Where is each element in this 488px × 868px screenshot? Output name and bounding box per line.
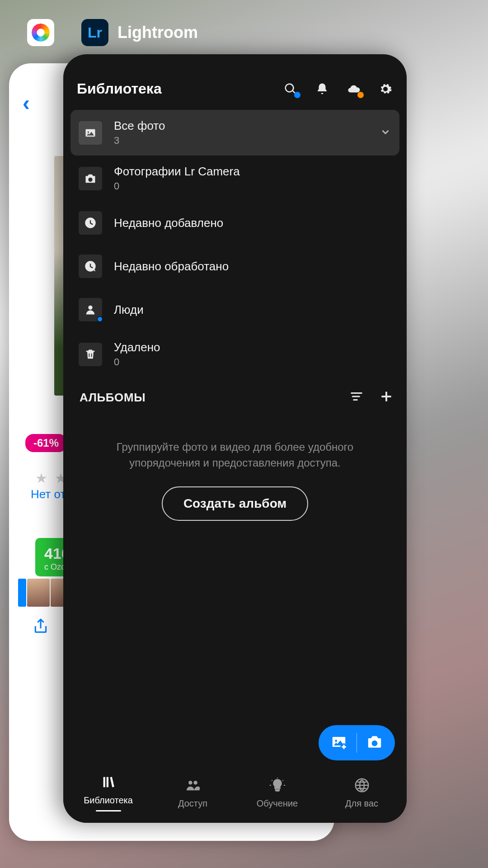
import-photo-icon[interactable] (330, 733, 347, 752)
albums-title: АЛЬБОМЫ (80, 391, 145, 405)
nav-label: Обучение (257, 798, 298, 809)
bell-icon[interactable] (314, 81, 330, 97)
library-item-text: Недавно добавлено (114, 216, 391, 230)
people-icon (185, 778, 201, 795)
books-icon (101, 774, 116, 792)
bottom-nav: БиблиотекаДоступОбучениеДля вас (63, 766, 407, 823)
app-switcher-header: Lr Lightroom (0, 19, 488, 46)
chevron-down-icon (380, 126, 391, 140)
photos-flower-icon (32, 24, 50, 42)
library-item-label: Фотографии Lr Camera (114, 165, 391, 179)
lightroom-app-icon: Lr (81, 19, 108, 46)
empty-text: Группируйте фото и видео для более удобн… (90, 439, 380, 471)
cloud-icon[interactable] (346, 81, 361, 97)
camera-icon (79, 167, 102, 190)
nav-books[interactable]: Библиотека (66, 774, 150, 811)
nav-underline (96, 810, 121, 811)
nav-label: Библиотека (84, 795, 133, 806)
fab[interactable] (319, 725, 395, 760)
person-icon (79, 298, 102, 321)
albums-actions (350, 390, 393, 405)
library-item-label: Недавно добавлено (114, 216, 391, 230)
albums-section-header: АЛЬБОМЫ (63, 377, 407, 412)
library-item-edit-clock[interactable]: Недавно обработано (70, 245, 399, 288)
library-item-clock[interactable]: Недавно добавлено (70, 201, 399, 245)
library-item-text: Фотографии Lr Camera0 (114, 165, 391, 192)
clock-icon (79, 211, 102, 235)
thumb[interactable] (27, 579, 50, 607)
search-icon[interactable] (283, 81, 298, 97)
lightroom-app-group[interactable]: Lr Lightroom (81, 19, 198, 46)
share-icon[interactable] (32, 617, 50, 640)
photos-app-icon[interactable] (27, 19, 54, 46)
library-item-camera[interactable]: Фотографии Lr Camera0 (70, 156, 399, 201)
library-item-count: 3 (114, 135, 368, 146)
nav-label: Для вас (345, 798, 378, 809)
library-item-image[interactable]: Все фото3 (70, 110, 399, 156)
library-item-count: 0 (114, 180, 391, 192)
library-item-label: Недавно обработано (114, 259, 391, 274)
camera-icon[interactable] (366, 733, 383, 752)
trash-icon (79, 343, 102, 366)
add-album-icon[interactable] (380, 390, 393, 405)
fab-divider (357, 733, 357, 753)
cloud-warning-badge (357, 92, 364, 98)
discount-badge: -61% (25, 434, 67, 452)
library-item-text: Люди (114, 303, 391, 317)
sort-icon[interactable] (350, 390, 363, 405)
gear-icon[interactable] (378, 81, 393, 97)
library-item-text: Все фото3 (114, 119, 368, 146)
header-actions (283, 81, 393, 97)
library-item-text: Недавно обработано (114, 259, 391, 274)
nav-label: Доступ (178, 798, 207, 809)
lightroom-card[interactable]: Библиотека Все фото3Фотографии Lr Camera… (63, 54, 407, 823)
albums-empty-state: Группируйте фото и видео для более удобн… (63, 412, 407, 539)
lightroom-app-name: Lightroom (117, 23, 198, 42)
library-item-count: 0 (114, 356, 391, 368)
library-item-label: Удалено (114, 340, 391, 354)
library-item-label: Все фото (114, 119, 368, 133)
lr-header: Библиотека (63, 54, 407, 110)
edit-clock-icon (79, 255, 102, 278)
library-item-person[interactable]: Люди (70, 288, 399, 331)
sync-badge (97, 316, 103, 322)
library-item-trash[interactable]: Удалено0 (70, 331, 399, 377)
nav-bulb[interactable]: Обучение (235, 778, 319, 809)
thumb[interactable] (18, 579, 26, 607)
library-list: Все фото3Фотографии Lr Camera0Недавно до… (63, 110, 407, 377)
library-item-text: Удалено0 (114, 340, 391, 368)
nav-people[interactable]: Доступ (150, 778, 235, 809)
back-chevron-icon[interactable]: ‹ (23, 91, 30, 115)
search-badge (294, 92, 300, 98)
nav-globe[interactable]: Для вас (319, 778, 404, 809)
image-icon (79, 121, 102, 145)
globe-icon (354, 778, 370, 795)
create-album-button[interactable]: Создать альбом (162, 486, 308, 521)
library-item-label: Люди (114, 303, 391, 317)
page-title: Библиотека (77, 80, 162, 97)
bulb-icon (270, 778, 285, 795)
